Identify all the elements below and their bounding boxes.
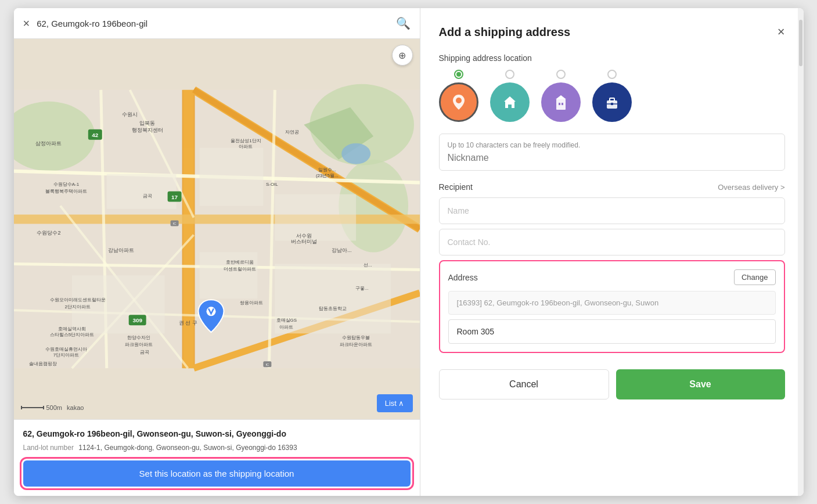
svg-text:블록행복주택아파트: 블록행복주택아파트 xyxy=(45,189,87,194)
home-icon xyxy=(490,82,530,122)
svg-text:호반베르디움: 호반베르디움 xyxy=(226,260,254,265)
svg-text:수원당수2: 수원당수2 xyxy=(37,230,60,236)
svg-text:버스터미널: 버스터미널 xyxy=(290,239,316,244)
radio-home xyxy=(505,70,514,79)
list-button[interactable]: List ∧ xyxy=(377,394,413,412)
map-svg: 42 17 309 삼정아파트 수원당수A-1 블록행복주택아파트 수원당수2 … xyxy=(14,39,420,419)
location-type-building[interactable] xyxy=(541,70,581,122)
map-controls: ⊕ xyxy=(392,45,413,66)
svg-text:입북동: 입북동 xyxy=(139,120,155,126)
map-header: × 62, Geumgok-ro 196beon-gil 🔍 xyxy=(14,8,420,39)
save-button[interactable]: Save xyxy=(616,369,785,399)
svg-point-5 xyxy=(341,143,370,164)
svg-text:7단지아파트: 7단지아파트 xyxy=(53,352,78,358)
svg-text:강남아...: 강남아... xyxy=(331,247,351,253)
svg-text:금곡: 금곡 xyxy=(139,350,149,355)
address-display: [16393] 62, Geumgok-ro 196beon-gil, Gwon… xyxy=(448,291,776,315)
address-sub: 1124-1, Geumgok-dong, Gwonseon-gu, Suwon… xyxy=(78,444,297,452)
map-info-panel: 62, Geumgok-ro 196beon-gil, Gwonseon-gu,… xyxy=(14,419,420,496)
svg-text:스타힐스5단지아파트: 스타힐스5단지아파트 xyxy=(49,332,93,337)
form-close-button[interactable]: × xyxy=(778,24,785,39)
svg-text:삼정아파트: 삼정아파트 xyxy=(35,141,62,146)
svg-text:일원수...: 일원수... xyxy=(318,167,336,172)
svg-text:수원모아미래도센트럴타운: 수원모아미래도센트럴타운 xyxy=(49,297,105,303)
svg-text:자연공: 자연공 xyxy=(285,129,299,135)
svg-rect-82 xyxy=(562,103,563,105)
svg-text:IC: IC xyxy=(265,363,269,366)
svg-text:IC: IC xyxy=(172,222,177,226)
form-title: Add a shipping address xyxy=(439,26,571,39)
current-location-button[interactable]: ⊕ xyxy=(392,45,413,66)
svg-rect-84 xyxy=(610,98,614,101)
address-section: Address Change [16393] 62, Geumgok-ro 19… xyxy=(439,260,785,353)
svg-text:파크원아파트: 파크원아파트 xyxy=(124,342,152,347)
contact-input[interactable] xyxy=(439,229,785,255)
work-icon xyxy=(592,82,632,122)
address-label: Address xyxy=(448,273,478,282)
svg-rect-21 xyxy=(199,148,263,206)
svg-text:17: 17 xyxy=(171,194,178,200)
svg-text:탑동초등학교: 탑동초등학교 xyxy=(319,306,347,311)
map-panel: × 62, Geumgok-ro 196beon-gil 🔍 xyxy=(14,8,420,496)
location-type-pin[interactable] xyxy=(439,70,478,122)
selected-address-main: 62, Geumgok-ro 196beon-gil, Gwonseon-gu,… xyxy=(23,429,411,438)
svg-text:호매실GS: 호매실GS xyxy=(276,318,297,323)
svg-rect-79 xyxy=(556,99,566,110)
building-icon xyxy=(541,82,581,122)
main-container: × 62, Geumgok-ro 196beon-gil 🔍 xyxy=(14,8,804,496)
scrollbar-track xyxy=(798,8,804,496)
scale-bar: 500m kakao xyxy=(21,404,84,411)
form-buttons: Cancel Save xyxy=(439,369,785,399)
svg-text:파크타운아파트: 파크타운아파트 xyxy=(340,342,372,347)
location-type-work[interactable] xyxy=(592,70,632,122)
svg-text:수원시: 수원시 xyxy=(122,111,138,117)
search-icon[interactable]: 🔍 xyxy=(396,16,411,30)
kakao-logo: kakao xyxy=(67,404,84,411)
svg-text:S-OIL: S-OIL xyxy=(265,182,278,187)
name-input[interactable] xyxy=(439,197,785,224)
pin-icon xyxy=(439,82,478,122)
svg-rect-7 xyxy=(183,90,193,368)
svg-point-77 xyxy=(456,98,462,103)
svg-rect-20 xyxy=(106,174,176,209)
map-search-text: 62, Geumgok-ro 196beon-gil xyxy=(37,19,388,28)
map-close-button[interactable]: × xyxy=(23,17,30,29)
svg-text:서수원: 서수원 xyxy=(296,233,311,239)
svg-text:울전삼성1단지: 울전삼성1단지 xyxy=(231,138,261,143)
svg-rect-22 xyxy=(275,195,356,241)
svg-text:309: 309 xyxy=(132,317,142,323)
svg-text:한양수자인: 한양수자인 xyxy=(127,335,150,340)
address-row: Address Change xyxy=(448,269,776,285)
svg-text:(23년5월...: (23년5월... xyxy=(315,173,338,178)
overseas-delivery-link[interactable]: Overseas delivery > xyxy=(718,183,784,192)
svg-text:솔내음캠핑장: 솔내음캠핑장 xyxy=(28,361,56,366)
nickname-input[interactable] xyxy=(448,153,776,163)
cancel-button[interactable]: Cancel xyxy=(439,369,609,399)
radio-work xyxy=(607,70,617,79)
change-address-button[interactable]: Change xyxy=(734,269,776,285)
recipient-row: Recipient Overseas delivery > xyxy=(439,182,785,192)
nickname-box: Up to 10 characters can be freely modifi… xyxy=(439,134,785,171)
svg-text:구웋...: 구웋... xyxy=(355,286,368,291)
radio-building xyxy=(556,70,566,79)
map-area: 42 17 309 삼정아파트 수원당수A-1 블록행복주택아파트 수원당수2 … xyxy=(14,39,420,419)
svg-text:아파트: 아파트 xyxy=(239,144,253,149)
recipient-label: Recipient xyxy=(439,182,473,192)
svg-rect-81 xyxy=(559,103,560,105)
scale-label: 500m xyxy=(46,404,63,411)
svg-text:42: 42 xyxy=(92,132,99,138)
form-header: Add a shipping address × xyxy=(439,24,785,39)
scrollbar-thumb[interactable] xyxy=(799,20,802,66)
svg-text:쌍용아파트: 쌍용아파트 xyxy=(240,300,263,305)
land-lot-label: Land-lot number xyxy=(23,444,74,452)
location-type-home[interactable] xyxy=(490,70,530,122)
detail-address-input[interactable] xyxy=(448,319,776,344)
svg-text:수원탑동우블: 수원탑동우블 xyxy=(342,335,370,340)
scale-line xyxy=(21,407,44,408)
set-location-button[interactable]: Set this location as the shipping locati… xyxy=(23,460,411,487)
svg-text:행정복지센터: 행정복지센터 xyxy=(131,127,163,133)
svg-text:강남아파트: 강남아파트 xyxy=(108,247,134,253)
svg-rect-86 xyxy=(611,103,613,105)
location-icons xyxy=(439,70,785,122)
svg-text:2단지아파트: 2단지아파트 xyxy=(64,304,90,309)
